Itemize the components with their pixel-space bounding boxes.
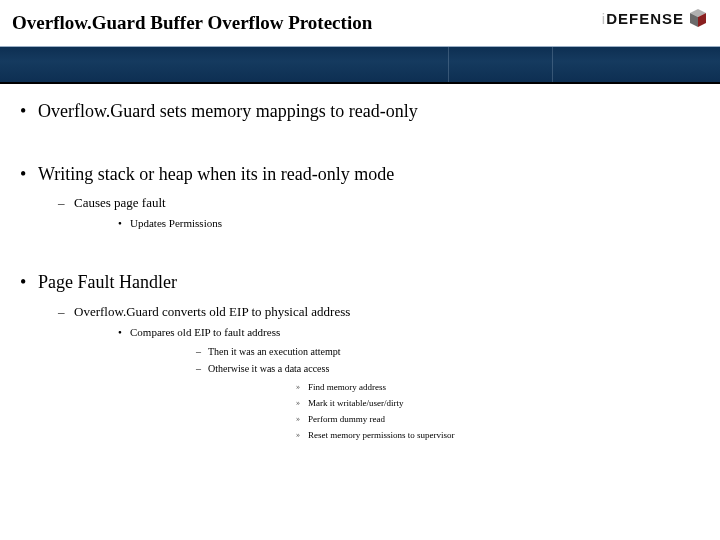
bullet-l2: Causes page fault Updates Permissions [38,195,700,231]
bullet-l5: Perform dummy read [208,414,700,425]
bullet-l4: Then it was an execution attempt [130,346,700,359]
header-band [0,46,720,84]
bullet-l5: Find memory address [208,382,700,393]
bullet-l1: Overflow.Guard sets memory mappings to r… [20,100,700,123]
brand-logo: iDEFENSE [602,8,708,28]
slide-title: Overflow.Guard Buffer Overflow Protectio… [0,12,372,34]
bullet-l2: Overflow.Guard converts old EIP to physi… [38,304,700,442]
bullet-l1: Page Fault Handler Overflow.Guard conver… [20,271,700,442]
logo-text: iDEFENSE [602,10,684,27]
bullet-l3: Compares old EIP to fault address Then i… [74,326,700,442]
bullet-l5: Reset memory permissions to supervisor [208,430,700,441]
bullet-list: Overflow.Guard sets memory mappings to r… [20,100,700,442]
content-area: Overflow.Guard sets memory mappings to r… [20,100,700,464]
bullet-l5: Mark it writable/user/dirty [208,398,700,409]
bullet-l4: Otherwise it was a data access Find memo… [130,363,700,442]
cube-icon [688,8,708,28]
slide: Overflow.Guard Buffer Overflow Protectio… [0,0,720,540]
bullet-l1: Writing stack or heap when its in read-o… [20,163,700,232]
bullet-l3: Updates Permissions [74,217,700,231]
